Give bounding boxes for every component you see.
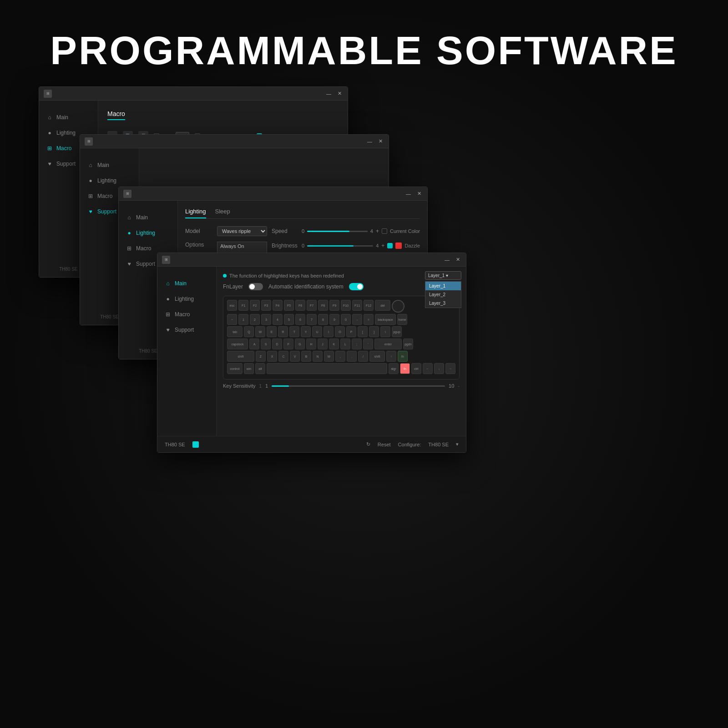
layer-opt-1[interactable]: Layer_1 xyxy=(425,282,461,290)
macro-tab[interactable]: Macro xyxy=(107,110,125,120)
key-i[interactable]: I xyxy=(324,326,334,337)
key-f3[interactable]: F3 xyxy=(261,300,271,311)
key-semicolon[interactable]: ; xyxy=(352,339,362,349)
close-main[interactable]: ✕ xyxy=(455,257,461,263)
key-knob[interactable] xyxy=(392,300,404,313)
brightness-plus[interactable]: + xyxy=(381,243,384,249)
key-v[interactable]: V xyxy=(290,351,300,362)
key-w[interactable]: W xyxy=(255,326,265,337)
key-backslash[interactable]: \ xyxy=(380,326,390,337)
key-m[interactable]: M xyxy=(324,351,334,362)
key-comma[interactable]: , xyxy=(335,351,345,362)
key-n[interactable]: N xyxy=(313,351,323,362)
key-e[interactable]: E xyxy=(267,326,277,337)
sidebar-item-lighting-3[interactable]: ● Lighting xyxy=(119,225,177,241)
sidebar-item-lighting-4[interactable]: ● Lighting xyxy=(157,291,216,307)
key-5[interactable]: 5 xyxy=(284,314,294,325)
key-capslock[interactable]: capslock xyxy=(227,339,248,349)
key-0[interactable]: 0 xyxy=(341,314,351,325)
key-control-l[interactable]: control xyxy=(227,363,243,374)
key-b[interactable]: B xyxy=(301,351,311,362)
key-minus[interactable]: - xyxy=(352,314,362,325)
sidebar-item-main-1[interactable]: ⌂ Main xyxy=(39,110,98,125)
key-space[interactable] xyxy=(267,363,387,374)
key-shift-r[interactable]: shift xyxy=(369,351,385,362)
key-fn-right[interactable]: fn xyxy=(398,351,408,362)
key-z[interactable]: Z xyxy=(256,351,266,362)
key-right[interactable]: → xyxy=(445,363,455,374)
key-f8[interactable]: F8 xyxy=(318,300,328,311)
controls-macro[interactable]: — ✕ xyxy=(325,91,343,96)
key-enter[interactable]: enter xyxy=(374,339,402,349)
key-f5[interactable]: F5 xyxy=(284,300,294,311)
key-f6[interactable]: F6 xyxy=(295,300,305,311)
key-f11[interactable]: F11 xyxy=(352,300,362,311)
key-f9[interactable]: F9 xyxy=(329,300,339,311)
sidebar-item-main-4[interactable]: ⌂ Main xyxy=(157,276,216,291)
key-l[interactable]: L xyxy=(340,339,350,349)
key-u[interactable]: U xyxy=(312,326,322,337)
model-dropdown[interactable]: Waves ripple Always On Dynamic breathing… xyxy=(217,226,267,236)
key-d[interactable]: D xyxy=(272,339,282,349)
key-6[interactable]: 6 xyxy=(295,314,305,325)
close-macro[interactable]: ✕ xyxy=(336,91,343,96)
key-up[interactable]: ↑ xyxy=(386,351,396,362)
key-8[interactable]: 8 xyxy=(318,314,328,325)
key-quote[interactable]: ' xyxy=(363,339,373,349)
refresh-icon[interactable]: ↻ xyxy=(366,441,370,447)
configure-chevron[interactable]: ▾ xyxy=(456,441,459,447)
key-backspace[interactable]: backspace xyxy=(375,314,396,325)
reset-label[interactable]: Reset xyxy=(378,442,391,447)
key-f[interactable]: F xyxy=(283,339,293,349)
key-period[interactable]: . xyxy=(347,351,357,362)
close-lighting[interactable]: ✕ xyxy=(416,191,423,197)
key-1[interactable]: 1 xyxy=(238,314,248,325)
opt-always-on[interactable]: Always On xyxy=(217,242,267,250)
key-9[interactable]: 9 xyxy=(329,314,339,325)
key-7[interactable]: 7 xyxy=(307,314,317,325)
fn-toggle[interactable] xyxy=(248,283,263,290)
current-color-checkbox[interactable] xyxy=(382,228,387,234)
key-alt-l[interactable]: alt xyxy=(255,363,265,374)
sensitivity-slider[interactable] xyxy=(272,385,445,387)
layer-opt-3[interactable]: Layer_3 xyxy=(425,299,461,308)
minimize-lighting[interactable]: — xyxy=(404,191,412,197)
key-s[interactable]: S xyxy=(261,339,271,349)
controls-support[interactable]: — ✕ xyxy=(366,138,384,144)
key-f12[interactable]: F12 xyxy=(364,300,374,311)
speed-slider[interactable] xyxy=(307,231,368,232)
brightness-slider[interactable] xyxy=(307,245,373,247)
key-esc[interactable]: esc xyxy=(227,300,237,311)
key-tilde[interactable]: ~ xyxy=(227,314,237,325)
key-down[interactable]: ↓ xyxy=(434,363,444,374)
key-slash[interactable]: / xyxy=(358,351,368,362)
layer-opt-2[interactable]: Layer_2 xyxy=(425,290,461,299)
key-left[interactable]: ← xyxy=(423,363,433,374)
sidebar-item-main-2[interactable]: ⌂ Main xyxy=(80,157,139,173)
key-h[interactable]: H xyxy=(306,339,316,349)
key-ctrl-r[interactable]: ctrl xyxy=(411,363,421,374)
key-3[interactable]: 3 xyxy=(261,314,271,325)
auto-id-toggle[interactable] xyxy=(349,283,364,290)
sidebar-item-support-4[interactable]: ♥ Support xyxy=(157,322,216,338)
key-k[interactable]: K xyxy=(329,339,339,349)
key-y[interactable]: Y xyxy=(301,326,311,337)
key-algr[interactable]: algr xyxy=(389,363,399,374)
key-pgup[interactable]: pgup xyxy=(392,326,402,337)
key-p[interactable]: P xyxy=(346,326,356,337)
key-f4[interactable]: F4 xyxy=(273,300,283,311)
sensitivity-minus[interactable]: - xyxy=(458,383,460,389)
key-f1[interactable]: F1 xyxy=(238,300,248,311)
key-2[interactable]: 2 xyxy=(250,314,260,325)
layer-select[interactable]: Layer_1 ▾ xyxy=(425,271,461,280)
tab-sleep[interactable]: Sleep xyxy=(215,208,230,218)
key-f10[interactable]: F10 xyxy=(341,300,351,311)
key-c[interactable]: C xyxy=(278,351,288,362)
minimize-support[interactable]: — xyxy=(366,139,374,144)
key-4[interactable]: 4 xyxy=(273,314,283,325)
speed-plus[interactable]: + xyxy=(376,228,379,234)
controls-main[interactable]: — ✕ xyxy=(443,257,461,263)
key-x[interactable]: X xyxy=(267,351,277,362)
key-home[interactable]: home xyxy=(397,314,407,325)
key-o[interactable]: O xyxy=(335,326,345,337)
